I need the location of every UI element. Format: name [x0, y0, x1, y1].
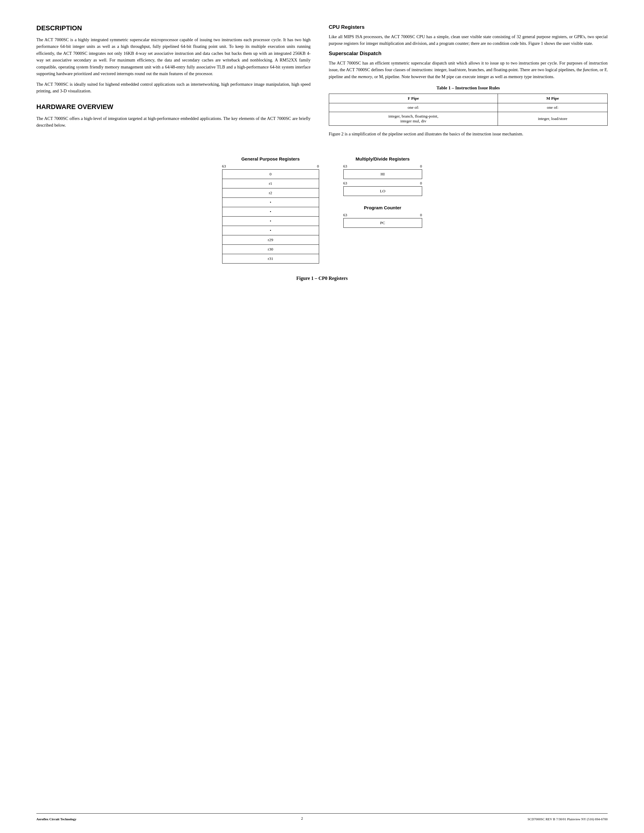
cpu-registers-title: CPU Registers: [329, 24, 608, 30]
left-column: DESCRIPTION The ACT 7000SC is a highly i…: [36, 24, 311, 141]
table-cell-f1: one of:: [329, 103, 497, 112]
gpr-row-3: •: [222, 198, 319, 207]
page: DESCRIPTION The ACT 7000SC is a highly i…: [0, 0, 644, 833]
lo-register: LO: [343, 186, 422, 196]
gpr-range-end: 0: [317, 164, 319, 169]
issue-rules-table: F Pipe M Pipe one of: one of: integer, b…: [329, 93, 608, 126]
right-registers: Multiply/Divide Registers 63 0 HI 63 0 L…: [343, 156, 422, 264]
description-para-1: The ACT 7000SC is a highly integrated sy…: [36, 36, 311, 77]
main-content: DESCRIPTION The ACT 7000SC is a highly i…: [36, 24, 608, 141]
figure-area: General Purpose Registers 63 0 0 r1 r2 •…: [36, 156, 608, 264]
footer-right: SCD7000SC REV B 7/30/01 Plainview NY (51…: [528, 817, 608, 821]
pc-title: Program Counter: [343, 205, 422, 210]
table-cell-f2: integer, branch, floating-point,integer …: [329, 112, 497, 126]
right-column: CPU Registers Like all MIPS ISA processo…: [329, 24, 608, 141]
figure-caption: Figure 1 – CP0 Registers: [36, 276, 608, 281]
gpr-title: General Purpose Registers: [222, 156, 319, 161]
gpr-row-6: •: [222, 226, 319, 235]
gpr-group: General Purpose Registers 63 0 0 r1 r2 •…: [222, 156, 319, 264]
cpu-registers-para: Like all MIPS ISA processors, the ACT 70…: [329, 33, 608, 47]
hardware-overview-title: HARDWARE OVERVIEW: [36, 103, 311, 111]
program-counter-group: Program Counter 63 0 PC: [343, 205, 422, 228]
description-title: DESCRIPTION: [36, 24, 311, 32]
gpr-row-4: •: [222, 207, 319, 217]
gpr-row-9: r31: [222, 254, 319, 264]
hardware-overview-section: HARDWARE OVERVIEW The ACT 7000SC offers …: [36, 103, 311, 129]
footer-center: 2: [301, 816, 303, 821]
gpr-range: 63 0: [222, 164, 319, 169]
gpr-row-5: •: [222, 217, 319, 226]
hardware-overview-para: The ACT 7000SC offers a high-level of in…: [36, 115, 311, 129]
pc-range-end: 0: [420, 213, 422, 217]
table-header-mpipe: M Pipe: [497, 94, 607, 103]
gpr-registers: 0 r1 r2 • • • • r29 r30 r31: [222, 169, 319, 264]
md-title: Multiply/Divide Registers: [343, 156, 422, 161]
table-row-1: one of: one of:: [329, 103, 607, 112]
md-hi-range: 63 0: [343, 164, 422, 169]
multiply-divide-group: Multiply/Divide Registers 63 0 HI 63 0 L…: [343, 156, 422, 196]
table1-caption: Table 1 – Instruction Issue Rules: [329, 85, 608, 90]
md-lo-range-start: 63: [343, 181, 347, 186]
pc-range: 63 0: [343, 213, 422, 217]
superscalar-dispatch-para: The ACT 7000SC has an efficient symmetri…: [329, 60, 608, 80]
md-lo-range: 63 0: [343, 181, 422, 186]
table1-section: Table 1 – Instruction Issue Rules F Pipe…: [329, 85, 608, 126]
pipeline-note: Figure 2 is a simplification of the pipe…: [329, 130, 608, 137]
description-para-2: The ACT 7000SC is ideally suited for hig…: [36, 81, 311, 95]
md-lo-range-end: 0: [420, 181, 422, 186]
gpr-row-2: r2: [222, 188, 319, 198]
footer-left: Aeroflex Circuit Technology: [36, 817, 76, 821]
gpr-range-start: 63: [222, 164, 226, 169]
pc-range-start: 63: [343, 213, 347, 217]
md-hi-range-end: 0: [420, 164, 422, 169]
superscalar-dispatch-title: Superscalar Dispatch: [329, 51, 608, 57]
table-row-2: integer, branch, floating-point,integer …: [329, 112, 607, 126]
gpr-row-7: r29: [222, 235, 319, 245]
table-cell-m1: one of:: [497, 103, 607, 112]
footer: Aeroflex Circuit Technology 2 SCD7000SC …: [36, 813, 608, 821]
gpr-row-8: r30: [222, 245, 319, 254]
table-cell-m2: integer, load/store: [497, 112, 607, 126]
hi-register: HI: [343, 169, 422, 179]
gpr-row-0: 0: [222, 169, 319, 179]
gpr-row-1: r1: [222, 179, 319, 188]
md-hi-range-start: 63: [343, 164, 347, 169]
table-header-fpipe: F Pipe: [329, 94, 497, 103]
pc-register: PC: [343, 218, 422, 228]
